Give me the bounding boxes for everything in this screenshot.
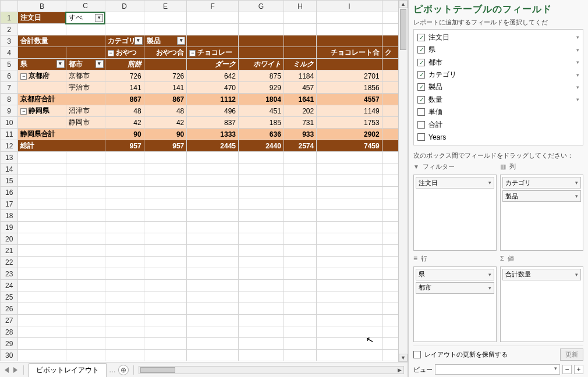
field-pill[interactable]: カテゴリ▾: [502, 177, 581, 188]
field-pill[interactable]: 合計数量▾: [502, 269, 581, 280]
col-group-oyatsu[interactable]: −おやつ: [105, 47, 144, 59]
row-header[interactable]: 4: [1, 47, 18, 59]
vertical-scrollbar[interactable]: ▲ ▼: [398, 0, 408, 362]
dropdown-icon[interactable]: [95, 60, 104, 68]
chevron-down-icon[interactable]: ▾: [488, 180, 491, 186]
row-header[interactable]: 25: [1, 291, 18, 303]
row-header[interactable]: 23: [1, 268, 18, 280]
scroll-right-icon[interactable]: ▶: [395, 367, 403, 374]
row-header[interactable]: 20: [1, 233, 18, 245]
row-header[interactable]: 17: [1, 198, 18, 210]
chevron-down-icon[interactable]: ▾: [576, 47, 579, 53]
row-header[interactable]: 1: [1, 12, 18, 24]
field-item[interactable]: 注文日▾: [417, 32, 579, 42]
row-header[interactable]: 21: [1, 245, 18, 257]
add-sheet-button[interactable]: ⊕: [118, 365, 129, 375]
checkbox-icon[interactable]: [417, 34, 425, 41]
horizontal-scrollbar[interactable]: ◀ ▶: [139, 366, 404, 374]
field-item[interactable]: 合計: [417, 119, 579, 130]
checkbox-icon[interactable]: [417, 59, 425, 66]
col-header[interactable]: G: [238, 1, 284, 12]
chevron-down-icon[interactable]: ▾: [575, 272, 578, 278]
field-item[interactable]: 製品▾: [417, 82, 579, 93]
dropdown-icon[interactable]: [134, 37, 143, 45]
chevron-down-icon[interactable]: ▾: [576, 59, 579, 65]
zone-columns-box[interactable]: カテゴリ▾ 製品▾: [500, 175, 583, 251]
spreadsheet-grid[interactable]: B C D E F G H I 1 注文日 すべ: [0, 0, 408, 361]
row-city-header[interactable]: 都市: [66, 59, 105, 70]
collapse-icon[interactable]: −: [108, 50, 114, 56]
row-pref-header[interactable]: 県: [18, 59, 66, 70]
col-header[interactable]: B: [18, 1, 66, 12]
row-header[interactable]: 11: [1, 129, 18, 140]
row-header[interactable]: 16: [1, 187, 18, 198]
zone-rows-box[interactable]: 県▾ 都市▾: [413, 266, 497, 343]
select-all-corner[interactable]: [1, 1, 18, 12]
row-header[interactable]: 2: [1, 24, 18, 35]
tab-nav-prev-icon[interactable]: [5, 367, 9, 373]
field-pill[interactable]: 製品▾: [502, 190, 581, 202]
tab-nav-next-icon[interactable]: [13, 367, 17, 373]
pref-cell[interactable]: −静岡県: [18, 105, 66, 117]
row-header[interactable]: 15: [1, 175, 18, 187]
dropdown-icon[interactable]: [177, 37, 185, 45]
defer-checkbox[interactable]: [413, 351, 421, 358]
zone-filter-box[interactable]: 注文日▾: [413, 175, 497, 251]
row-header[interactable]: 13: [1, 152, 18, 163]
row-header[interactable]: 27: [1, 315, 18, 326]
field-pill[interactable]: 都市▾: [416, 282, 494, 294]
field-item[interactable]: カテゴリ▾: [417, 69, 579, 80]
collapse-icon[interactable]: −: [189, 50, 196, 56]
sheet-tab-active[interactable]: ピボットレイアウト: [29, 363, 107, 377]
col-group-choco[interactable]: −チョコレー: [187, 47, 239, 59]
scroll-down-icon[interactable]: ▼: [399, 354, 408, 362]
chevron-down-icon[interactable]: ▾: [488, 272, 491, 278]
row-header[interactable]: 14: [1, 163, 18, 175]
row-header[interactable]: 24: [1, 280, 18, 291]
update-button[interactable]: 更新: [560, 348, 583, 361]
checkbox-icon[interactable]: [417, 46, 425, 54]
row-header[interactable]: 3: [1, 35, 18, 47]
row-header[interactable]: 8: [1, 94, 18, 105]
collapse-icon[interactable]: −: [20, 73, 27, 80]
field-item[interactable]: 県▾: [417, 44, 579, 55]
field-item[interactable]: 単価: [417, 107, 579, 118]
chevron-down-icon[interactable]: ▾: [576, 84, 579, 90]
row-header[interactable]: 7: [1, 82, 18, 94]
field-item[interactable]: Years: [417, 132, 579, 143]
field-item[interactable]: 数量▾: [417, 94, 579, 105]
col-header[interactable]: E: [144, 1, 187, 12]
view-dropdown[interactable]: [435, 364, 560, 375]
col-header[interactable]: D: [105, 1, 144, 12]
checkbox-icon[interactable]: [417, 83, 425, 91]
collapse-icon[interactable]: −: [20, 108, 27, 115]
row-header[interactable]: 28: [1, 326, 18, 338]
scroll-up-icon[interactable]: ▲: [399, 0, 408, 8]
zoom-out-button[interactable]: −: [562, 365, 572, 374]
row-header[interactable]: 19: [1, 222, 18, 233]
scroll-thumb[interactable]: [400, 9, 406, 50]
checkbox-icon[interactable]: [417, 71, 425, 79]
chevron-down-icon[interactable]: ▾: [488, 285, 491, 291]
zone-values-box[interactable]: 合計数量▾: [500, 266, 583, 343]
row-header[interactable]: 6: [1, 70, 18, 82]
row-header[interactable]: 29: [1, 338, 18, 350]
checkbox-icon[interactable]: [417, 96, 425, 104]
filter-dropdown-icon[interactable]: [95, 14, 103, 22]
dropdown-icon[interactable]: [56, 60, 65, 68]
chevron-down-icon[interactable]: ▾: [576, 72, 579, 78]
checkbox-icon[interactable]: [417, 121, 425, 129]
checkbox-icon[interactable]: [417, 108, 425, 116]
scroll-thumb[interactable]: [140, 367, 175, 373]
chevron-down-icon[interactable]: ▾: [575, 180, 578, 186]
row-header[interactable]: 18: [1, 210, 18, 222]
chevron-down-icon[interactable]: ▾: [576, 97, 579, 102]
chevron-down-icon[interactable]: ▾: [575, 193, 578, 199]
row-header[interactable]: 12: [1, 140, 18, 152]
row-header[interactable]: 30: [1, 350, 18, 361]
col-header[interactable]: C: [66, 1, 105, 12]
pref-cell[interactable]: −京都府: [18, 70, 66, 82]
chevron-down-icon[interactable]: ▾: [576, 34, 579, 40]
col-header[interactable]: I: [317, 1, 382, 12]
row-header[interactable]: 9: [1, 105, 18, 117]
